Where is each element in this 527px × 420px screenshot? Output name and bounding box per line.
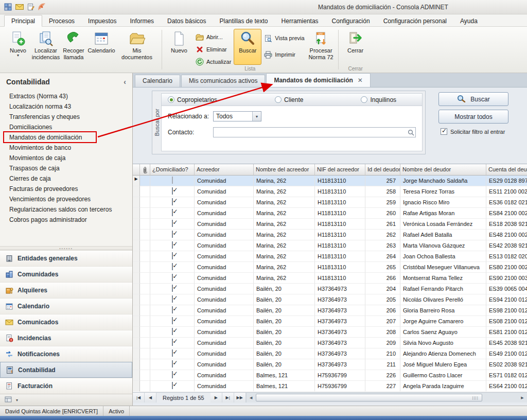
sidebar-nav-notificaciones[interactable]: Notificaciones	[0, 346, 132, 362]
domiciliado-cell[interactable]	[150, 240, 195, 251]
sidebar-item-transferencias-y-cheques[interactable]: Transferencias y cheques	[0, 112, 132, 122]
localizar-incidencias-button[interactable]: Localizar incidencias	[32, 29, 60, 65]
recoger-llamada-button[interactable]: Recoger llamada	[60, 29, 87, 65]
menu-tab-principal[interactable]: Principal	[4, 15, 42, 27]
table-row[interactable]: ComunidadBalmes, 121H75936799226Guillerm…	[133, 370, 527, 381]
table-row[interactable]: ComunidadMarina, 262H11813110260Rafae Ar…	[133, 208, 527, 219]
menu-tab-impuestos[interactable]: Impuestos	[81, 15, 123, 26]
domiciliado-cell[interactable]	[150, 273, 195, 284]
table-row[interactable]: ComunidadMarina, 262H11813110258Teresa F…	[133, 186, 527, 197]
vista-previa-button[interactable]: Vista previa	[264, 34, 304, 42]
note-edit-icon[interactable]	[27, 3, 34, 11]
relacionado-combobox[interactable]: Todos ▼	[213, 111, 261, 121]
menu-tab-datos-basicos[interactable]: Datos básicos	[161, 15, 213, 26]
scroll-left-icon[interactable]: ◀	[247, 393, 256, 402]
table-row[interactable]: ComunidadBailén, 20H37364973209Silvia No…	[133, 338, 527, 348]
table-row[interactable]: ComunidadBalmes, 121H75936799227Angela P…	[133, 381, 527, 392]
domiciliado-cell[interactable]	[150, 305, 195, 316]
sidebar-nav-entidades-generales[interactable]: Entidades generales	[0, 250, 132, 266]
buscar-button[interactable]: Buscar	[234, 29, 261, 65]
sidebar-item-mandatos-de-domiciliacion[interactable]: Mandatos de domiciliación	[0, 132, 132, 143]
domiciliado-cell[interactable]	[150, 370, 195, 381]
mail-icon[interactable]	[15, 4, 24, 10]
app-icon[interactable]	[4, 3, 12, 11]
procesar-norma72-button[interactable]: NTF Procesar Norma 72	[307, 29, 335, 65]
sidebar-item-localizacion-norma-43[interactable]: Localización norma 43	[0, 101, 132, 112]
buscar-panel-button[interactable]: Buscar	[438, 92, 508, 106]
combo-dropdown-button[interactable]: ▼	[252, 112, 261, 121]
sidebar-item-movimientos-de-caja[interactable]: Movimientos de caja	[0, 153, 132, 163]
column-header-acreedor[interactable]: Acreedor	[195, 164, 254, 176]
prev-record-button[interactable]: ◀	[145, 393, 156, 402]
nuevo-button[interactable]: Nuevo ▼	[4, 29, 32, 65]
radio-inquilinos[interactable]: Inquilinos	[361, 96, 396, 103]
collapse-sidebar-icon[interactable]: ‹	[124, 78, 126, 86]
sidebar-splitter[interactable]: ••••••	[0, 246, 132, 250]
sidebar-item-facturas-de-proveedores[interactable]: Facturas de proveedores	[0, 184, 132, 194]
eliminar-button[interactable]: Eliminar	[196, 45, 231, 54]
domiciliado-cell[interactable]	[150, 208, 195, 219]
menu-tab-informes[interactable]: Informes	[123, 15, 161, 26]
sidebar-item-vencimientos-de-proveedores[interactable]: Vencimientos de proveedores	[0, 194, 132, 204]
radio-cliente[interactable]: Cliente	[275, 96, 303, 103]
column-header-nombre-del-deudor[interactable]: Nombre del deudor	[400, 164, 486, 176]
lookup-icon[interactable]	[406, 129, 415, 136]
domiciliado-cell[interactable]	[150, 186, 195, 197]
contacto-input[interactable]	[214, 128, 406, 137]
table-row[interactable]: ComunidadMarina, 262H11813110266Montserr…	[133, 273, 527, 284]
next-record-button[interactable]: ▶	[210, 393, 222, 402]
horizontal-scrollbar[interactable]: ◀ |||| ▶	[246, 393, 527, 402]
sidebar-nav-facturacion[interactable]: Facturación	[0, 378, 132, 394]
abrir-button[interactable]: Abrir...	[196, 33, 231, 41]
feed-icon[interactable]	[38, 3, 46, 11]
domiciliado-cell[interactable]	[150, 230, 195, 240]
table-row[interactable]: ComunidadBailén, 20H37364973206Gloria Ba…	[133, 305, 527, 316]
sidebar-item-extractos-norma-43[interactable]: Extractos (Norma 43)	[0, 91, 132, 101]
column-header-cuenta-del-deudor[interactable]: Cuenta del deudor	[486, 164, 527, 176]
lista-nuevo-button[interactable]: Nuevo	[165, 29, 193, 65]
calendario-button[interactable]: Calendario	[87, 29, 115, 65]
domiciliado-cell[interactable]	[150, 327, 195, 338]
sidebar-nav-calendario[interactable]: Calendario	[0, 298, 132, 314]
menu-tab-configuracion[interactable]: Configuración	[325, 15, 377, 26]
menu-tab-procesos[interactable]: Procesos	[42, 15, 81, 26]
sidebar-nav-comunidades[interactable]: Comunidades	[0, 266, 132, 282]
tab-mandatos-de-domiciliacion[interactable]: Mandatos de domiciliación✕	[266, 73, 370, 87]
more-options-icon[interactable]: ▾	[16, 398, 18, 402]
table-row[interactable]: ComunidadMarina, 262H11813110261Verónica…	[133, 219, 527, 230]
domiciliado-cell[interactable]	[150, 381, 195, 392]
sidebar-item-traspasos-de-caja[interactable]: Traspasos de caja	[0, 163, 132, 173]
table-row[interactable]: ComunidadMarina, 262H11813110264Joan Och…	[133, 251, 527, 262]
tab-calendario[interactable]: Calendario	[135, 75, 180, 87]
sidebar-nav-contabilidad[interactable]: Contabilidad	[0, 362, 132, 378]
scroll-right-icon[interactable]: ▶	[518, 393, 527, 402]
sidebar-item-cierres-de-caja[interactable]: Cierres de caja	[0, 173, 132, 184]
table-row[interactable]: ▶ComunidadMarina, 262H11813110257Jorge M…	[133, 176, 527, 186]
first-record-button[interactable]: |◀	[133, 393, 145, 402]
new-record-button[interactable]: ▶▶	[234, 393, 246, 402]
domiciliado-cell[interactable]	[150, 262, 195, 273]
sidebar-nav-alquileres[interactable]: Alquileres	[0, 282, 132, 298]
radio-copropietarios[interactable]: Copropietarios	[168, 96, 217, 103]
column-header-domiciliado[interactable]: ¿Domiciliado?	[150, 164, 195, 176]
sidebar-item-domiciliaciones[interactable]: Domiciliaciones	[0, 122, 132, 132]
domiciliado-cell[interactable]	[150, 284, 195, 294]
column-header-nombre-del-acreedor[interactable]: Nombre del acreedor	[254, 164, 315, 176]
column-header-id-del-deudor[interactable]: Id del deudor	[365, 164, 400, 176]
table-row[interactable]: ComunidadBailén, 20H37364973207Jorge Agu…	[133, 316, 527, 327]
table-row[interactable]: ComunidadMarina, 262H11813110263Marta Vi…	[133, 240, 527, 251]
sidebar-nav-comunicados[interactable]: Comunicados	[0, 314, 132, 330]
domiciliado-cell[interactable]	[150, 359, 195, 370]
table-row[interactable]: ComunidadBailén, 20H37364973204Rafael Fe…	[133, 284, 527, 294]
domiciliado-cell[interactable]	[150, 294, 195, 305]
domiciliado-cell[interactable]	[150, 176, 195, 186]
mostrar-todos-button[interactable]: Mostrar todos	[438, 110, 508, 124]
table-row[interactable]: ComunidadMarina, 262H11813110265Cristóba…	[133, 262, 527, 273]
menu-tab-herramientas[interactable]: Herramientas	[275, 15, 325, 26]
domiciliado-cell[interactable]	[150, 316, 195, 327]
solicitar-filtro-checkbox[interactable]: Solicitar filtro al entrar	[441, 128, 505, 135]
table-row[interactable]: ComunidadMarina, 262H11813110259Ignacio …	[133, 197, 527, 208]
actualizar-button[interactable]: Actualizar	[196, 58, 231, 66]
scrollbar-thumb[interactable]: ||||	[256, 394, 482, 401]
domiciliado-cell[interactable]	[150, 197, 195, 208]
